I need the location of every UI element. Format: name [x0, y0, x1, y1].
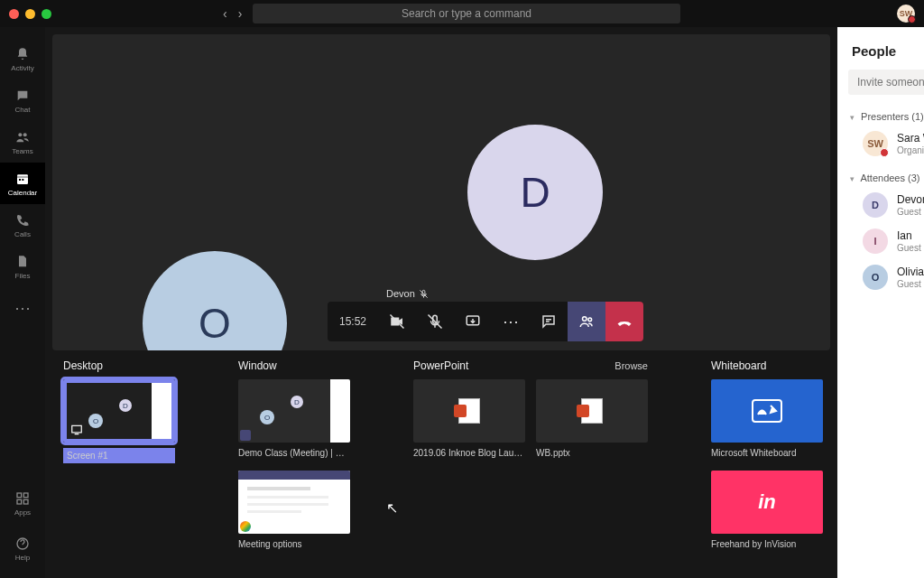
back-button[interactable]: ‹	[223, 6, 227, 21]
speaking-indicator: Devon	[386, 288, 429, 299]
svg-point-13	[588, 318, 592, 322]
forward-button[interactable]: ›	[238, 6, 243, 21]
help-icon	[14, 536, 31, 552]
share-desktop-section: Desktop D O Screen #1	[63, 359, 175, 549]
attendees-toggle[interactable]: ▾ Attendees (3)	[850, 172, 920, 183]
mic-toggle[interactable]	[416, 302, 454, 341]
participant-ian[interactable]: I IanGuest	[850, 223, 924, 259]
svg-point-1	[23, 133, 27, 136]
chat-toggle[interactable]	[530, 302, 568, 341]
window-heading: Window	[238, 359, 350, 372]
titlebar: ‹ › Search or type a command SW	[0, 0, 924, 27]
browse-link[interactable]: Browse	[614, 360, 648, 371]
people-toggle[interactable]	[568, 302, 605, 341]
phone-icon	[14, 212, 31, 228]
participant-sara[interactable]: SW Sara Wanasek Organizer	[850, 126, 924, 162]
rail-help[interactable]: Help	[0, 527, 45, 569]
teams-icon	[14, 129, 31, 145]
profile-avatar[interactable]: SW	[897, 5, 915, 23]
rail-calendar[interactable]: Calendar	[0, 163, 45, 204]
invite-input[interactable]	[848, 70, 924, 95]
more-icon: ⋯	[14, 298, 32, 318]
svg-point-0	[18, 133, 22, 136]
hang-up-button[interactable]	[605, 302, 643, 341]
rail-teams[interactable]: Teams	[0, 121, 45, 163]
more-actions[interactable]: ⋯	[492, 302, 530, 341]
people-panel: People ✕ ▾ Presenters (1) Mute all SW Sa…	[837, 27, 924, 578]
share-toggle[interactable]	[454, 302, 492, 341]
participant-avatar-olivia: O	[143, 251, 287, 350]
invision-icon: in	[758, 490, 776, 514]
svg-rect-14	[72, 425, 82, 433]
powerpoint-file-icon	[458, 398, 480, 424]
rail-files[interactable]: Files	[0, 246, 45, 287]
files-icon	[14, 254, 31, 270]
teams-app-icon	[240, 430, 251, 441]
share-freehand-invision[interactable]: in Freehand by InVision	[711, 471, 823, 549]
participant-avatar-devon: D	[467, 125, 603, 260]
share-tray: Desktop D O Screen #1	[45, 350, 837, 578]
calendar-icon	[14, 171, 31, 187]
rail-more[interactable]: ⋯	[0, 287, 45, 329]
rail-apps[interactable]: Apps	[0, 482, 45, 524]
share-window-demo-class[interactable]: D O Demo Class (Meeting) | …	[238, 379, 350, 458]
powerpoint-file-icon	[581, 398, 603, 424]
share-powerpoint-section: PowerPoint Browse 2019.06 Inknoe Blog La…	[413, 359, 648, 549]
call-timer: 15:52	[328, 302, 378, 341]
people-title: People	[852, 43, 896, 59]
svg-rect-3	[19, 179, 21, 181]
mic-off-icon	[419, 289, 429, 299]
participant-devon[interactable]: D DevonGuest	[850, 187, 924, 223]
avatar: I	[863, 228, 888, 254]
camera-toggle[interactable]	[378, 302, 416, 341]
svg-rect-6	[23, 493, 28, 498]
share-ppt-wb[interactable]: WB.pptx	[536, 379, 648, 458]
window-controls	[9, 9, 51, 19]
desktop-heading: Desktop	[63, 359, 175, 372]
share-icon	[70, 424, 83, 436]
whiteboard-heading: Whiteboard	[711, 359, 823, 372]
close-window-button[interactable]	[9, 9, 19, 19]
svg-rect-5	[17, 493, 22, 498]
svg-rect-7	[17, 499, 22, 504]
avatar: D	[863, 192, 888, 218]
svg-point-12	[583, 317, 587, 322]
avatar: O	[863, 265, 888, 290]
minimize-window-button[interactable]	[25, 9, 35, 19]
presenters-toggle[interactable]: ▾ Presenters (1)	[850, 111, 924, 122]
search-placeholder: Search or type a command	[402, 7, 531, 20]
participant-olivia[interactable]: O OliviaGuest	[850, 259, 924, 295]
share-ppt-inknoe[interactable]: 2019.06 Inknoe Blog Lau…	[413, 379, 525, 458]
search-input[interactable]: Search or type a command	[253, 4, 680, 23]
svg-rect-8	[23, 499, 28, 504]
avatar: SW	[863, 131, 888, 156]
chrome-app-icon	[240, 521, 251, 532]
chat-icon	[14, 88, 31, 104]
meeting-stage: D O Devon 15:52 ⋯	[52, 34, 830, 350]
rail-chat[interactable]: Chat	[0, 79, 45, 121]
share-microsoft-whiteboard[interactable]: Microsoft Whiteboard	[711, 379, 823, 458]
rail-calls[interactable]: Calls	[0, 204, 45, 246]
powerpoint-heading: PowerPoint	[413, 359, 468, 372]
zoom-window-button[interactable]	[42, 9, 51, 19]
svg-rect-4	[22, 179, 23, 181]
bell-icon	[14, 46, 31, 62]
share-window-meeting-options[interactable]: Meeting options	[238, 471, 350, 549]
apps-icon	[14, 490, 31, 507]
app-rail: Activity Chat Teams Calendar Calls Files…	[0, 27, 45, 578]
call-controls: 15:52 ⋯	[328, 302, 643, 341]
rail-activity[interactable]: Activity	[0, 38, 45, 79]
share-screen-1[interactable]: D O Screen #1	[63, 379, 175, 463]
whiteboard-icon	[751, 398, 783, 424]
share-whiteboard-section: Whiteboard Microsoft Whiteboard in Freeh…	[711, 359, 823, 549]
share-window-section: Window D O Demo Class (Meeting) | …	[238, 359, 350, 549]
